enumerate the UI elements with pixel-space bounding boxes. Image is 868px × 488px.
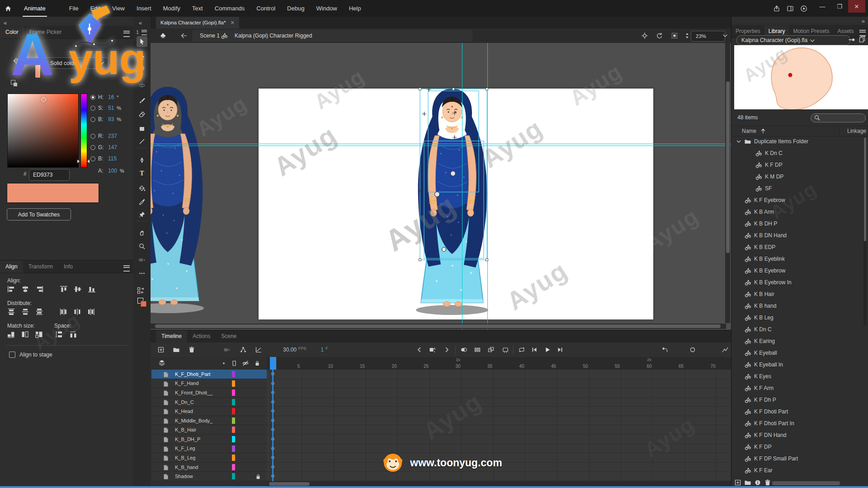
frame-row-Shadow[interactable] bbox=[267, 472, 731, 481]
stage-horizontal-scrollbar[interactable] bbox=[151, 324, 726, 329]
delete-button[interactable] bbox=[188, 346, 196, 354]
library-item-name[interactable]: K B EDP bbox=[754, 244, 775, 250]
center-stage-icon[interactable] bbox=[641, 32, 648, 39]
rotate-view-icon[interactable] bbox=[656, 32, 663, 39]
outline-column-icon[interactable] bbox=[231, 360, 238, 367]
library-item-name[interactable]: K Eyes bbox=[754, 373, 771, 380]
add-to-swatches-button[interactable]: Add To Swatches bbox=[7, 208, 71, 221]
grid-swap-icon[interactable] bbox=[137, 287, 144, 294]
layer-color-chip[interactable] bbox=[232, 399, 235, 405]
layer-row-K_B_hand[interactable]: K_B_hand bbox=[151, 463, 267, 472]
edit-symbols-icon[interactable]: ♣ bbox=[160, 28, 165, 43]
library-item-name[interactable]: K B Eyebrow bbox=[754, 267, 785, 274]
library-delete-icon[interactable] bbox=[764, 479, 771, 486]
maximize-button[interactable]: ❐ bbox=[831, 0, 848, 13]
library-item-name[interactable]: K F Ear bbox=[754, 467, 773, 474]
sb-marker[interactable] bbox=[41, 97, 47, 103]
frame-row-K_Head[interactable] bbox=[267, 407, 731, 416]
saturation-brightness-picker[interactable] bbox=[7, 94, 79, 168]
layer-color-chip[interactable] bbox=[232, 446, 235, 452]
hide-column-icon[interactable] bbox=[242, 360, 249, 367]
clip-content-icon[interactable] bbox=[671, 32, 678, 39]
menu-edit[interactable]: Edit bbox=[85, 0, 106, 17]
close-tab-icon[interactable]: ✕ bbox=[230, 20, 234, 26]
menu-file[interactable]: File bbox=[63, 0, 85, 17]
library-item-row[interactable]: K B Leg bbox=[731, 312, 868, 324]
layer-color-chip[interactable] bbox=[232, 464, 235, 470]
tool-more-tools[interactable] bbox=[137, 268, 147, 279]
library-item-row[interactable]: K B Eyebrow In bbox=[731, 277, 868, 288]
library-item-row[interactable]: K Dn C bbox=[731, 147, 868, 159]
minimize-button[interactable]: — bbox=[814, 0, 831, 13]
layer-name[interactable]: K_F_Dhoti_Part bbox=[175, 371, 210, 377]
library-item-row[interactable]: K F Dhoti Part bbox=[731, 406, 868, 418]
layer-name[interactable]: K_B_hand bbox=[175, 465, 198, 470]
frame-row-K_Middle_Body_[interactable] bbox=[267, 416, 731, 426]
align-center-vertical-icon[interactable] bbox=[73, 285, 83, 293]
onion-skin-outlines-button[interactable] bbox=[473, 346, 481, 354]
column-name[interactable]: Name bbox=[742, 128, 756, 134]
radio-H[interactable] bbox=[90, 95, 95, 100]
layer-name[interactable]: K_B_Leg bbox=[175, 455, 195, 460]
library-item-name[interactable]: K F DP bbox=[765, 162, 783, 168]
library-item-name[interactable]: K B DN Hand bbox=[754, 232, 787, 239]
layer-row-K_Head[interactable]: K_Head bbox=[151, 407, 267, 416]
zoom-dropdown-icon[interactable] bbox=[722, 32, 729, 39]
match-width-icon[interactable] bbox=[6, 330, 16, 338]
menu-commands[interactable]: Commands bbox=[209, 0, 250, 17]
library-item-name[interactable]: K F DP bbox=[754, 444, 772, 450]
tab-info[interactable]: Info bbox=[58, 261, 78, 273]
library-item-row[interactable]: K F DP Small Part bbox=[731, 453, 868, 465]
frame-row-K_B_DH_P[interactable] bbox=[267, 435, 731, 444]
layer-name[interactable]: K_F_Hand bbox=[175, 380, 199, 386]
distribute-center-horizontal-icon[interactable] bbox=[73, 308, 83, 316]
menu-insert[interactable]: Insert bbox=[131, 0, 157, 17]
library-horizontal-scrollbar[interactable] bbox=[772, 481, 840, 485]
frame-row-K_B_Hair[interactable] bbox=[267, 425, 731, 435]
library-item-row[interactable]: K B Hair bbox=[731, 288, 868, 300]
library-item-row[interactable]: K F Dhoti Part In bbox=[731, 418, 868, 429]
library-item-row[interactable]: K F DN Hand bbox=[731, 429, 868, 441]
layer-color-chip[interactable] bbox=[232, 436, 235, 442]
library-item-name[interactable]: K Dn C bbox=[754, 326, 772, 333]
fps-value[interactable]: 30.00 bbox=[283, 347, 297, 353]
tool-hand[interactable] bbox=[137, 227, 147, 238]
tool-zoom[interactable] bbox=[137, 241, 147, 252]
onion-range-button[interactable] bbox=[689, 346, 697, 354]
play-button[interactable] bbox=[543, 346, 552, 354]
library-item-name[interactable]: K F Dhoti Part In bbox=[754, 420, 794, 427]
playhead[interactable] bbox=[270, 357, 276, 370]
tool-brush[interactable] bbox=[137, 95, 147, 106]
library-item-row[interactable]: K M DP bbox=[731, 171, 868, 183]
frame-row-K_Dn_C[interactable] bbox=[267, 398, 731, 407]
layer-name[interactable]: K_Head bbox=[175, 408, 193, 414]
share-icon[interactable] bbox=[773, 5, 780, 12]
frame-row-K_F_Dhoti_Part[interactable] bbox=[267, 370, 731, 379]
layer-color-chip[interactable] bbox=[232, 418, 235, 424]
next-keyframe-button[interactable] bbox=[443, 346, 451, 354]
edit-multiple-frames-button[interactable] bbox=[487, 346, 495, 354]
frame-ruler[interactable]: 5101520253035404550556065701s2s bbox=[267, 357, 731, 370]
align-center-horizontal-icon[interactable] bbox=[20, 285, 30, 293]
library-folder-row[interactable]: Duplicate Items Folder bbox=[731, 136, 868, 147]
layer-name[interactable]: K_B_DH_P bbox=[175, 436, 200, 442]
layer-row-K_Front_Dhoti__[interactable]: K_Front_Dhoti__ bbox=[151, 388, 267, 398]
frame-row-K_Front_Dhoti__[interactable] bbox=[267, 388, 731, 398]
hue-marker-left[interactable] bbox=[77, 160, 80, 163]
tab-frame-picker[interactable]: Frame Picker bbox=[24, 26, 67, 38]
library-properties-icon[interactable] bbox=[754, 479, 761, 486]
match-height-icon[interactable] bbox=[20, 330, 30, 338]
collapse-left-dock-icon[interactable]: « bbox=[4, 19, 7, 26]
back-arrow-icon[interactable] bbox=[180, 32, 188, 39]
library-item-name[interactable]: K B hand bbox=[754, 303, 776, 309]
layer-row-K_F_Hand[interactable]: K_F_Hand bbox=[151, 379, 267, 389]
library-item-name[interactable]: K B Hair bbox=[754, 291, 774, 297]
library-item-name[interactable]: K B Eyeblink bbox=[754, 256, 785, 262]
tab-color[interactable]: Color bbox=[0, 26, 24, 38]
menu-help[interactable]: Help bbox=[343, 0, 367, 17]
library-item-row[interactable]: K Eyes bbox=[731, 371, 868, 382]
hue-slider[interactable] bbox=[80, 94, 87, 168]
tool-text[interactable]: T bbox=[137, 168, 147, 178]
layer-color-chip[interactable] bbox=[232, 455, 235, 461]
menu-debug[interactable]: Debug bbox=[281, 0, 310, 17]
